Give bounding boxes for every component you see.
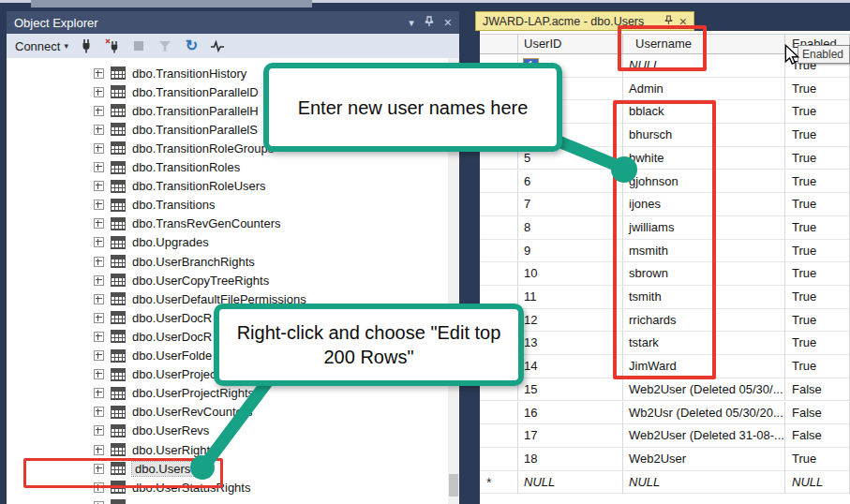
tree-item[interactable]: dbo.UserStatusRights xyxy=(7,478,448,497)
expand-plus-icon[interactable] xyxy=(94,425,104,436)
expand-plus-icon[interactable] xyxy=(94,125,104,135)
tree-item[interactable]: dbo.TransRevGenCounters xyxy=(7,215,448,233)
expand-plus-icon[interactable] xyxy=(94,350,104,361)
cell-enabled[interactable]: True xyxy=(785,448,850,471)
cell-enabled[interactable]: True xyxy=(785,355,850,378)
cell-userid[interactable]: 9 xyxy=(518,240,623,263)
cell-enabled[interactable]: True xyxy=(785,100,850,124)
row-header[interactable] xyxy=(480,170,518,194)
window-position-icon[interactable]: ▾ xyxy=(409,17,414,29)
cell-username[interactable]: bhursch xyxy=(623,124,785,147)
pin-icon[interactable] xyxy=(425,16,434,29)
cell-username[interactable]: Wb2Usr (Deleted 05/30/20... xyxy=(623,402,785,425)
cell-username[interactable]: Admin xyxy=(623,78,785,101)
cell-username[interactable]: bwhite xyxy=(623,147,785,170)
cell-username[interactable]: Web2User (Deleted 31-08-... xyxy=(623,424,785,448)
expand-plus-icon[interactable] xyxy=(94,464,104,474)
cell-username[interactable]: tstark xyxy=(623,332,785,355)
row-header[interactable] xyxy=(480,424,518,448)
cell-enabled[interactable]: True xyxy=(785,216,850,240)
cell-username[interactable]: rrichards xyxy=(623,309,785,333)
grid-corner-cell[interactable] xyxy=(480,34,518,54)
row-header[interactable] xyxy=(480,240,518,263)
tree-item-partial[interactable] xyxy=(7,497,448,504)
cell-enabled[interactable]: True xyxy=(785,147,850,170)
cell-enabled[interactable]: False xyxy=(785,424,850,448)
cell-userid[interactable]: 16 xyxy=(518,402,623,425)
cell-enabled[interactable]: False xyxy=(785,402,850,425)
cell-userid[interactable]: NULL xyxy=(518,471,623,495)
cell-userid[interactable]: 15 xyxy=(518,378,623,402)
column-header-userid[interactable]: UserID xyxy=(518,34,623,54)
cell-userid[interactable]: 6 xyxy=(518,170,623,194)
cell-enabled[interactable]: True xyxy=(785,332,850,355)
cell-username[interactable]: Web2User (Deleted 05/30/... xyxy=(623,378,785,402)
expand-plus-icon[interactable] xyxy=(94,200,104,210)
tree-scrollbar-thumb[interactable] xyxy=(449,474,458,497)
expand-plus-icon[interactable] xyxy=(94,313,104,323)
tree-item-dbo-users[interactable]: dbo.Users xyxy=(7,459,448,478)
tree-item[interactable]: dbo.UserProjectRights xyxy=(7,384,448,403)
tree-item[interactable]: dbo.UserRevCounters xyxy=(7,403,448,422)
cell-userid[interactable]: 13 xyxy=(518,332,623,355)
cell-enabled[interactable]: True xyxy=(785,170,850,194)
expand-plus-icon[interactable] xyxy=(94,407,104,417)
pin-icon[interactable] xyxy=(664,15,673,27)
cell-username[interactable]: NULL xyxy=(623,54,785,78)
column-header-username[interactable]: Username xyxy=(623,34,785,54)
cell-username[interactable]: JimWard xyxy=(623,355,785,378)
tree-item[interactable]: dbo.TransitionRoles xyxy=(7,158,448,177)
cell-enabled[interactable]: True xyxy=(785,262,850,286)
refresh-icon[interactable]: ↻ xyxy=(184,38,200,54)
cell-username[interactable]: tsmith xyxy=(623,286,785,309)
expand-plus-icon[interactable] xyxy=(94,237,104,247)
row-header[interactable] xyxy=(480,402,518,425)
cell-userid[interactable]: 14 xyxy=(518,355,623,378)
expand-plus-icon[interactable] xyxy=(94,275,104,286)
cell-username[interactable]: Web2User xyxy=(623,448,785,471)
cell-username[interactable]: bblack xyxy=(623,100,785,124)
row-header[interactable] xyxy=(480,448,518,471)
close-icon[interactable]: × xyxy=(679,16,687,27)
cell-userid[interactable]: 8 xyxy=(518,216,623,240)
cell-username[interactable]: gjohnson xyxy=(623,170,785,194)
cell-username[interactable]: NULL xyxy=(623,471,785,495)
connect-plug-icon[interactable] xyxy=(79,38,95,54)
cell-userid[interactable]: 17 xyxy=(518,424,623,448)
expand-plus-icon[interactable] xyxy=(94,87,104,97)
cell-enabled[interactable]: True xyxy=(785,193,850,216)
filter-icon[interactable] xyxy=(157,38,173,54)
tree-item[interactable]: dbo.UserCopyTreeRights xyxy=(7,271,448,289)
expand-plus-icon[interactable] xyxy=(94,332,104,342)
tree-item[interactable]: dbo.UserBranchRights xyxy=(7,252,448,271)
expand-plus-icon[interactable] xyxy=(94,388,104,398)
expand-plus-icon[interactable] xyxy=(94,143,104,154)
connect-button[interactable]: Connect▾ xyxy=(15,39,68,53)
expand-plus-icon[interactable] xyxy=(94,369,104,379)
cell-userid[interactable]: 12 xyxy=(518,309,623,333)
tree-item[interactable]: dbo.Transitions xyxy=(7,196,448,215)
cell-userid[interactable]: 10 xyxy=(518,262,623,286)
activity-monitor-icon[interactable] xyxy=(210,38,226,54)
tree-item[interactable]: dbo.Upgrades xyxy=(7,233,448,252)
tree-item[interactable]: dbo.UserRevs xyxy=(7,422,448,440)
cell-enabled[interactable]: True xyxy=(785,309,850,333)
cell-enabled[interactable]: NULL xyxy=(785,471,850,495)
cell-username[interactable]: msmith xyxy=(623,240,785,263)
expand-plus-icon[interactable] xyxy=(94,445,104,455)
cell-enabled[interactable]: True xyxy=(785,240,850,263)
row-header[interactable] xyxy=(480,262,518,286)
tree-item[interactable]: dbo.UserRights xyxy=(7,440,448,459)
cell-enabled[interactable]: True xyxy=(785,286,850,309)
row-header[interactable] xyxy=(480,193,518,216)
expand-plus-icon[interactable] xyxy=(94,181,104,191)
close-icon[interactable]: × xyxy=(444,15,452,30)
cell-username[interactable]: sbrown xyxy=(623,262,785,286)
expand-plus-icon[interactable] xyxy=(94,106,104,116)
expand-plus-icon[interactable] xyxy=(94,68,104,79)
stop-icon[interactable] xyxy=(131,38,147,54)
cell-enabled[interactable]: True xyxy=(785,124,850,147)
expand-plus-icon[interactable] xyxy=(94,162,104,172)
cell-enabled[interactable]: False xyxy=(785,378,850,402)
expand-plus-icon[interactable] xyxy=(94,294,104,304)
